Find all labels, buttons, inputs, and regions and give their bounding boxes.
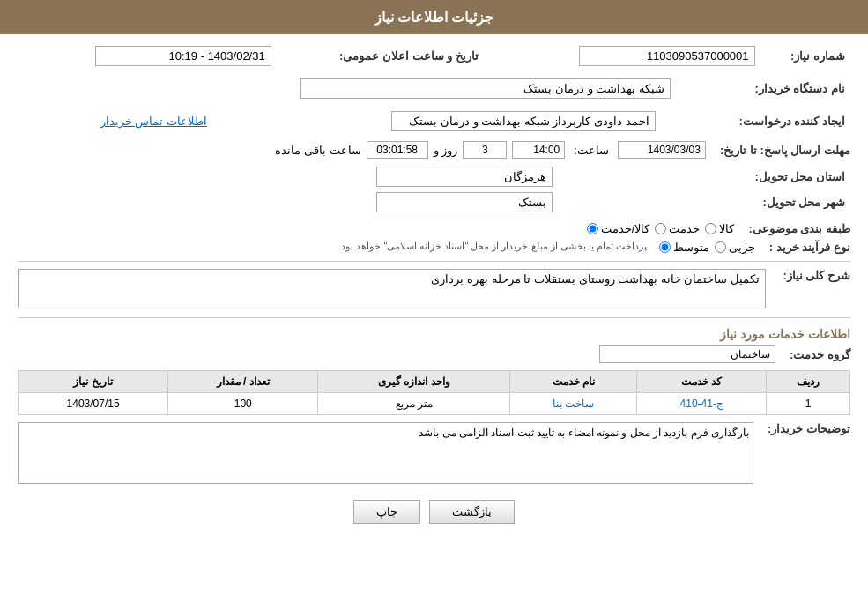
page-title: جزئیات اطلاعات نیاز [375, 10, 494, 25]
cell-quantity: 100 [168, 393, 318, 415]
category-kala-khadamat-text: کالا/خدمت [601, 222, 650, 235]
purchase-type-label: نوع فرآیند خرید : [760, 241, 850, 254]
col-name: نام خدمت [510, 371, 637, 393]
button-bar: بازگشت چاپ [18, 500, 850, 524]
need-number-value: 1103090537000001 [579, 46, 755, 66]
service-group-label: گروه خدمت: [781, 348, 850, 361]
col-unit: واحد اندازه گیری [318, 371, 510, 393]
cell-row: 1 [767, 393, 850, 415]
cell-unit: متر مربع [318, 393, 510, 415]
category-khadamat-text: خدمت [669, 222, 700, 235]
province-value: هرمزگان [376, 167, 553, 187]
col-code: کد خدمت [637, 371, 767, 393]
remaining-days-value: 3 [463, 141, 507, 159]
province-label: استان محل تحویل: [558, 164, 850, 189]
need-number-label: شماره نیاز: [760, 43, 850, 69]
remaining-time-value: 03:01:58 [367, 141, 428, 159]
cell-date: 1403/07/15 [19, 393, 168, 415]
description-value: تکمیل ساختمان خانه بهداشت روستای بستقلات… [18, 269, 766, 308]
table-row: 1 ج-41-410 ساخت بنا متر مربع 100 1403/07… [19, 393, 850, 415]
service-group-value: ساختمان [599, 345, 775, 363]
category-kala-radio[interactable]: کالا [705, 222, 734, 235]
contact-link[interactable]: اطلاعات تماس خریدار [100, 115, 207, 128]
category-kala-khadamat-radio[interactable]: کالا/خدمت [587, 222, 650, 235]
city-value: بستک [376, 192, 553, 212]
reply-date-value: 1403/03/03 [618, 141, 706, 159]
buyer-value: شبکه بهداشت و درمان بستک [300, 78, 671, 99]
date-label: تاریخ و ساعت اعلان عمومی: [277, 43, 484, 69]
purchase-note: پرداخت تمام یا بخشی از مبلغ خریدار از مح… [338, 241, 647, 252]
services-section-title: اطلاعات خدمات مورد نیاز [18, 327, 850, 341]
creator-value: احمد داودی کاربرداز شبکه بهداشت و درمان … [391, 111, 656, 131]
reply-time-label: ساعت: [574, 144, 609, 157]
purchase-jozi-radio[interactable]: جزیی [715, 241, 755, 254]
reply-date-label: مهلت ارسال پاسخ: تا تاریخ: [711, 144, 850, 157]
reply-time-value: 14:00 [512, 141, 565, 159]
back-button[interactable]: بازگشت [429, 500, 515, 524]
buyer-label: نام دستگاه خریدار: [676, 76, 850, 101]
creator-label: ایجاد کننده درخواست: [661, 108, 850, 134]
purchase-motavaset-radio[interactable]: متوسط [659, 241, 709, 254]
category-kala-text: کالا [719, 222, 734, 235]
description-label: شرح کلی نیاز: [771, 269, 850, 282]
col-date: تاریخ نیاز [19, 371, 168, 393]
purchase-jozi-text: جزیی [729, 241, 755, 254]
category-label: طبقه بندی موضوعی: [739, 222, 850, 235]
category-khadamat-radio[interactable]: خدمت [655, 222, 700, 235]
col-quantity: تعداد / مقدار [168, 371, 318, 393]
buyer-notes-textarea[interactable] [18, 422, 753, 484]
cell-name: ساخت بنا [510, 393, 637, 415]
remaining-suffix: ساعت باقی مانده [275, 144, 360, 157]
print-button[interactable]: چاپ [353, 500, 420, 524]
purchase-motavaset-text: متوسط [673, 241, 709, 254]
city-label: شهر محل تحویل: [558, 189, 850, 215]
remaining-days-label: روز و [434, 144, 458, 157]
cell-code: ج-41-410 [637, 393, 767, 415]
col-row: ردیف [767, 371, 850, 393]
page-header: جزئیات اطلاعات نیاز [0, 0, 868, 34]
services-table: ردیف کد خدمت نام خدمت واحد اندازه گیری ت… [18, 370, 850, 415]
date-value: 1403/02/31 - 10:19 [95, 46, 271, 66]
buyer-notes-label: توضیحات خریدار: [759, 422, 850, 435]
